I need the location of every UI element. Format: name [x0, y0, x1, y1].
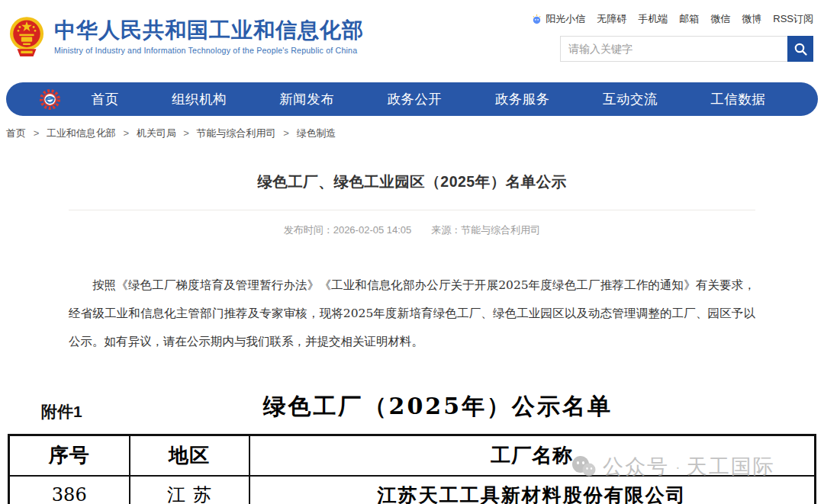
quick-link-weibo[interactable]: 微博	[742, 12, 761, 26]
site-title-block: 中华人民共和国工业和信息化部 Ministry of Industry and …	[54, 18, 364, 55]
breadcrumb-departments[interactable]: 机关司局	[137, 127, 176, 139]
site-title-cn: 中华人民共和国工业和信息化部	[54, 18, 364, 43]
breadcrumb-home[interactable]: 首页	[6, 127, 26, 139]
header-right: 阳光小信 无障碍 手机端 邮箱 微信 微博 RSS订阅	[560, 12, 813, 62]
nav-item-home[interactable]: 首页	[92, 90, 119, 108]
nav-item-organization[interactable]: 组织机构	[172, 90, 227, 108]
article-title: 绿色工厂、绿色工业园区（2025年）名单公示	[69, 172, 755, 192]
quick-link-mail[interactable]: 邮箱	[679, 12, 699, 26]
cell-serial: 386	[9, 476, 130, 504]
site-header: 中华人民共和国工业和信息化部 Ministry of Industry and …	[0, 0, 824, 79]
sunshine-bot-icon	[531, 14, 542, 25]
quick-link-label: 阳光小信	[546, 12, 585, 26]
main-navbar: 首页 组织机构 新闻发布 政务公开 政务服务 互动交流 工信数据	[6, 82, 818, 116]
article-body: 按照《绿色工厂梯度培育及管理暂行办法》《工业和信息化部办公厅关于开展2025年度…	[69, 271, 755, 356]
nav-items: 首页 组织机构 新闻发布 政务公开 政务服务 互动交流 工信数据	[65, 90, 792, 108]
page: 中华人民共和国工业和信息化部 Ministry of Industry and …	[0, 0, 824, 504]
national-emblem-icon	[9, 14, 44, 59]
quick-link-label: 手机端	[638, 12, 668, 26]
breadcrumb-energy-dept[interactable]: 节能与综合利用司	[197, 127, 276, 139]
breadcrumb-separator: >	[283, 127, 289, 139]
col-header-serial: 序号	[9, 435, 130, 476]
cell-factory-name: 江苏天工工具新材料股份有限公司	[249, 476, 816, 504]
search-bar	[560, 36, 813, 62]
nav-item-gov-affairs[interactable]: 政务公开	[387, 90, 442, 108]
quick-link-label: 邮箱	[679, 12, 699, 26]
article: 绿色工厂、绿色工业园区（2025年）名单公示 发布时间：2026-02-05 1…	[69, 172, 755, 356]
quick-link-sunshine[interactable]: 阳光小信	[531, 12, 585, 26]
breadcrumb-green-manufacturing: 绿色制造	[296, 127, 336, 139]
quick-link-rss[interactable]: RSS订阅	[773, 12, 813, 26]
quick-link-label: RSS订阅	[773, 12, 813, 26]
article-meta: 发布时间：2026-02-05 14:05来源：节能与综合利用司	[69, 223, 755, 237]
quick-links: 阳光小信 无障碍 手机端 邮箱 微信 微博 RSS订阅	[560, 12, 813, 26]
miit-logo-icon[interactable]	[40, 89, 60, 110]
nav-item-news[interactable]: 新闻发布	[279, 90, 334, 108]
col-header-region: 地区	[130, 435, 249, 476]
quick-link-label: 微信	[710, 12, 730, 26]
quick-link-accessibility[interactable]: 无障碍	[597, 12, 626, 26]
quick-link-label: 无障碍	[597, 12, 626, 26]
breadcrumb: 首页 > 工业和信息化部 > 机关司局 > 节能与综合利用司 > 绿色制造	[0, 116, 824, 140]
publish-time-label: 发布时间：	[284, 224, 333, 236]
search-icon	[793, 42, 808, 56]
breadcrumb-separator: >	[34, 127, 40, 139]
breadcrumb-separator: >	[123, 127, 129, 139]
nav-item-miit-data[interactable]: 工信数据	[710, 90, 765, 108]
site-title-en: Ministry of Industry and Information Tec…	[54, 46, 364, 55]
breadcrumb-separator: >	[183, 127, 189, 139]
table-header-row: 序号 地区 工厂名称	[9, 435, 816, 476]
nav-item-gov-services[interactable]: 政务服务	[495, 90, 550, 108]
nav-item-interaction[interactable]: 互动交流	[603, 90, 658, 108]
quick-link-label: 微博	[742, 12, 761, 26]
attachment-label: 附件1	[41, 401, 82, 422]
source-value: 节能与综合利用司	[461, 224, 540, 236]
title-divider	[69, 210, 755, 210]
site-logo-home-link[interactable]: 中华人民共和国工业和信息化部 Ministry of Industry and …	[9, 14, 364, 59]
breadcrumb-miit[interactable]: 工业和信息化部	[47, 127, 116, 139]
cell-region: 江苏	[130, 476, 249, 504]
search-input[interactable]	[560, 36, 787, 62]
table-row: 386 江苏 江苏天工工具新材料股份有限公司	[9, 476, 816, 504]
search-button[interactable]	[787, 36, 813, 62]
green-factory-table: 序号 地区 工厂名称 386 江苏 江苏天工工具新材料股份有限公司	[8, 434, 816, 504]
attachment-doc-title: 绿色工厂（2025年）公示名单	[82, 391, 824, 422]
source-label: 来源：	[431, 224, 461, 236]
attachment-header: 附件1 绿色工厂（2025年）公示名单	[0, 391, 824, 422]
quick-link-wechat[interactable]: 微信	[710, 12, 730, 26]
publish-time-value: 2026-02-05 14:05	[333, 224, 412, 236]
quick-link-mobile[interactable]: 手机端	[638, 12, 668, 26]
col-header-factory-name: 工厂名称	[249, 435, 816, 476]
